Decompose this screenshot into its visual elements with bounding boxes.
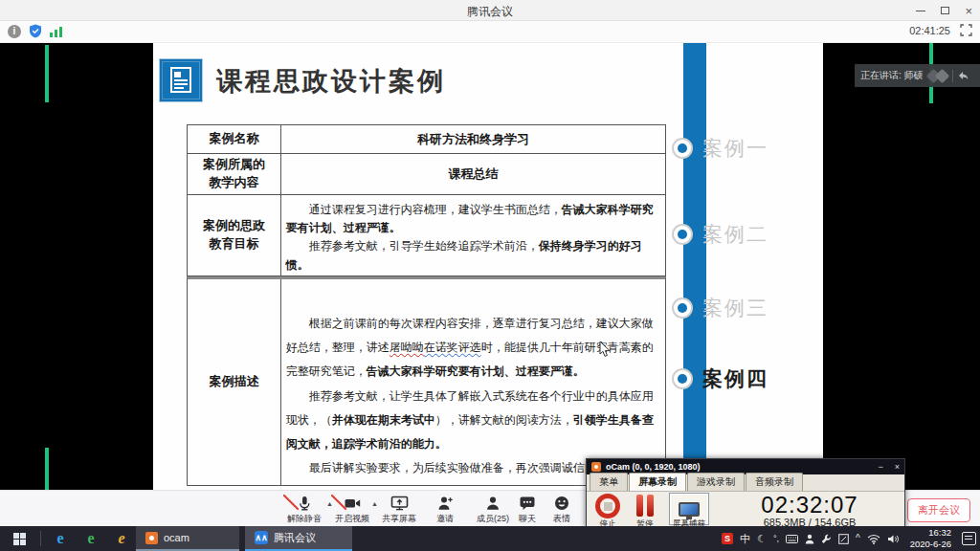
share-border-mark [45,45,49,102]
ocam-app-icon [591,462,601,472]
emoji-button[interactable]: 表情 [540,494,584,525]
slide-document-icon [159,58,203,102]
ocam-window[interactable]: oCam (0, 0, 1920, 1080) − × 菜单 屏幕录制 游戏录制… [586,458,905,528]
table-row: 案例所属的 教学内容 课程总结 [187,154,666,195]
wifi-icon[interactable] [867,534,880,544]
fullscreen-icon[interactable] [960,24,972,36]
ocam-close-icon[interactable]: × [895,462,900,472]
ie-browser-icon[interactable]: e [107,526,136,551]
smiley-icon [540,494,584,512]
nav-item-case3[interactable]: 案例三 [672,295,768,321]
ocam-title: oCam (0, 0, 1920, 1080) [606,462,866,472]
nav-item-case1[interactable]: 案例一 [672,135,768,162]
meeting-info-icon[interactable]: i [8,25,21,38]
close-icon[interactable]: × [965,5,972,17]
nav-dot-icon [672,368,693,389]
taskbar-app-ocam[interactable]: ocam [136,526,239,551]
taskbar-clock[interactable]: 16:32 2020-6-26 [906,527,955,550]
divider [952,70,953,82]
row-value: 根据之前课前的每次课程内容安排，逐章进行复习总结，建议大家做好总结，整理，讲述屠… [281,279,665,485]
360-browser-icon[interactable]: e [77,526,105,551]
shared-screen: 课程思政设计案例 案例名称 科研方法和终身学习 案例所属的 教学内容 课程总结 … [0,43,980,490]
speaking-text: 正在讲话: 师硕 [860,69,924,82]
punctuation-indicator[interactable]: °, [773,535,779,543]
minimize-icon[interactable] [916,11,925,11]
user-tray-icon[interactable] [805,534,814,544]
nav-dot-icon [672,298,693,319]
ime-indicator[interactable]: 中 [740,534,750,544]
invite-button[interactable]: 邀请 [423,494,467,525]
tray-expand-caret-icon[interactable]: ^ [856,534,860,543]
app-window: 腾讯会议 × i 02:41:25 [0,0,980,551]
edge-browser-icon[interactable]: e [46,526,75,551]
pause-record-button[interactable] [636,495,654,517]
ocam-tab-menu[interactable]: 菜单 [590,473,628,491]
row-header: 案例所属的 教学内容 [188,154,281,194]
nav-item-case4[interactable]: 案例四 [672,365,768,392]
start-button[interactable] [0,526,38,551]
nav-dot-icon [672,138,693,159]
moon-mode-icon[interactable]: ☾ [757,534,767,544]
meeting-info-bar: i 02:41:25 [0,21,980,43]
invite-person-icon [423,494,467,512]
tencent-meeting-icon: ∧∧ [255,531,268,544]
share-screen-icon [377,494,421,512]
windows-taskbar: e e e ocam ∧∧ 腾讯会议 S 中 ☾ °, [0,526,980,551]
mouse-cursor [599,341,612,358]
meeting-duration: 02:41:25 [909,25,950,36]
table-row: 案例名称 科研方法和终身学习 [187,124,666,154]
start-video-button[interactable]: 开启视频 [330,494,374,525]
row-header: 案例描述 [188,279,281,485]
action-center-icon[interactable] [962,532,976,545]
ocam-minimize-icon[interactable]: − [878,462,882,472]
row-header: 案例名称 [188,125,281,153]
ocam-app-icon [145,532,158,544]
taskbar-app-tencent-meeting[interactable]: ∧∧ 腾讯会议 [245,526,352,551]
network-signal-icon[interactable] [50,26,63,37]
system-tray: S 中 ☾ °, ^ 16:32 [722,526,980,551]
ocam-tab-screen-record[interactable]: 屏幕录制 [629,473,686,491]
slide-title: 课程思政设计案例 [216,64,446,99]
record-timer: 02:32:07 [721,492,899,518]
share-screen-button[interactable]: 共享屏幕 [377,494,421,525]
maximize-icon[interactable] [941,7,949,14]
case-table: 案例名称 科研方法和终身学习 案例所属的 教学内容 课程总结 案例的思政 教育目… [187,124,666,486]
nav-dot-icon [672,224,693,245]
table-row: 案例描述 根据之前课前的每次课程内容安排，逐章进行复习总结，建议大家做好总结，整… [187,276,666,486]
notes-tray-icon[interactable] [838,534,849,544]
sogou-input-icon[interactable]: S [722,533,733,544]
leave-meeting-button[interactable]: 离开会议 [907,498,970,522]
presentation-slide: 课程思政设计案例 案例名称 科研方法和终身学习 案例所属的 教学内容 课程总结 … [153,43,823,490]
unmute-button[interactable]: 解除静音 [282,494,326,525]
speaker-icon[interactable] [887,534,900,544]
window-title: 腾讯会议 [0,4,980,20]
security-shield-icon[interactable] [29,24,42,38]
share-border-mark [45,448,49,490]
windows-logo-icon [13,533,26,545]
row-value: 课程总结 [281,154,665,194]
table-row: 案例的思政 教育目标 通过课程复习进行内容梳理，建议学生书面总结，告诫大家科学研… [187,195,666,276]
collapse-arrow-icon[interactable] [958,71,969,80]
ocam-tab-game-record[interactable]: 游戏录制 [687,473,745,491]
speaking-indicator: 正在讲话: 师硕 [855,64,980,87]
camera-off-icon [330,494,374,512]
case-nav-bar [683,43,706,490]
row-header: 案例的思政 教育目标 [188,195,281,276]
ocam-body: 停止 暂停 屏幕捕获 02:32:07 685.3MB / 154.6GB [587,492,904,528]
monitor-icon [679,502,700,517]
taskbar-date: 2020-6-26 [910,539,951,549]
window-titlebar[interactable]: 腾讯会议 × [0,0,980,21]
ocam-tab-audio-record[interactable]: 音频录制 [746,473,803,491]
ocam-tab-bar: 菜单 屏幕录制 游戏录制 音频录制 [587,474,904,492]
speaker-avatar [934,68,949,83]
nav-item-case2[interactable]: 案例二 [672,221,768,248]
taskbar-time: 16:32 [928,527,951,538]
microphone-muted-icon [282,494,326,512]
divider [40,531,41,546]
wrench-tray-icon[interactable] [821,534,832,544]
row-value: 通过课程复习进行内容梳理，建议学生书面总结，告诫大家科学研究要有计划、过程严谨。… [281,195,665,276]
row-value: 科研方法和终身学习 [281,125,665,153]
stop-record-button[interactable] [595,494,620,518]
soft-keyboard-icon[interactable] [786,535,798,543]
